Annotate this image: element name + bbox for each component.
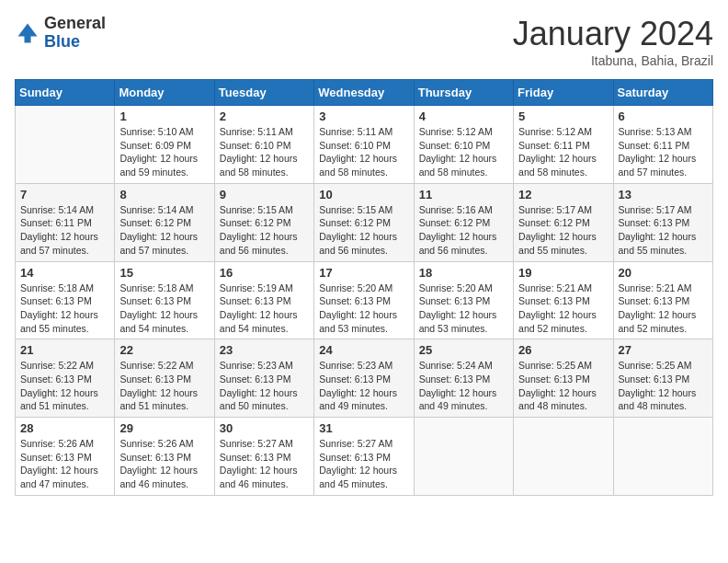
weekday-header-thursday: Thursday	[414, 80, 513, 106]
calendar-cell: 22Sunrise: 5:22 AM Sunset: 6:13 PM Dayli…	[115, 339, 214, 418]
title-area: January 2024 Itabuna, Bahia, Brazil	[513, 15, 713, 68]
day-info: Sunrise: 5:21 AM Sunset: 6:13 PM Dayligh…	[518, 282, 608, 336]
calendar-cell: 7Sunrise: 5:14 AM Sunset: 6:11 PM Daylig…	[16, 183, 115, 261]
day-info: Sunrise: 5:21 AM Sunset: 6:13 PM Dayligh…	[619, 282, 708, 336]
week-row-2: 7Sunrise: 5:14 AM Sunset: 6:11 PM Daylig…	[16, 183, 713, 261]
day-info: Sunrise: 5:27 AM Sunset: 6:13 PM Dayligh…	[319, 437, 408, 491]
weekday-header-wednesday: Wednesday	[314, 80, 414, 106]
svg-marker-0	[18, 23, 38, 42]
day-info: Sunrise: 5:13 AM Sunset: 6:11 PM Dayligh…	[619, 125, 708, 179]
calendar-cell: 31Sunrise: 5:27 AM Sunset: 6:13 PM Dayli…	[314, 418, 414, 496]
calendar-cell: 5Sunrise: 5:12 AM Sunset: 6:11 PM Daylig…	[514, 106, 613, 184]
weekday-header-tuesday: Tuesday	[214, 80, 313, 106]
day-number: 13	[619, 188, 708, 201]
calendar-cell: 11Sunrise: 5:16 AM Sunset: 6:12 PM Dayli…	[414, 183, 513, 261]
calendar-table: SundayMondayTuesdayWednesdayThursdayFrid…	[15, 79, 713, 496]
calendar-cell: 24Sunrise: 5:23 AM Sunset: 6:13 PM Dayli…	[314, 339, 414, 418]
calendar-cell: 8Sunrise: 5:14 AM Sunset: 6:12 PM Daylig…	[115, 183, 214, 261]
calendar-cell	[514, 418, 613, 496]
week-row-3: 14Sunrise: 5:18 AM Sunset: 6:13 PM Dayli…	[16, 261, 713, 339]
calendar-cell: 21Sunrise: 5:22 AM Sunset: 6:13 PM Dayli…	[16, 339, 115, 418]
day-number: 5	[518, 109, 608, 123]
weekday-header-sunday: Sunday	[16, 80, 115, 106]
day-info: Sunrise: 5:26 AM Sunset: 6:13 PM Dayligh…	[119, 437, 209, 491]
day-info: Sunrise: 5:27 AM Sunset: 6:13 PM Dayligh…	[220, 437, 309, 491]
calendar-cell: 27Sunrise: 5:25 AM Sunset: 6:13 PM Dayli…	[613, 339, 712, 418]
day-number: 10	[319, 188, 408, 201]
day-info: Sunrise: 5:17 AM Sunset: 6:12 PM Dayligh…	[518, 203, 608, 258]
day-info: Sunrise: 5:14 AM Sunset: 6:12 PM Dayligh…	[119, 203, 209, 258]
day-number: 30	[220, 421, 309, 435]
day-number: 24	[319, 343, 408, 357]
weekday-header-monday: Monday	[115, 80, 214, 106]
calendar-cell: 6Sunrise: 5:13 AM Sunset: 6:11 PM Daylig…	[613, 106, 712, 184]
logo-blue: Blue	[44, 32, 80, 51]
calendar-cell: 2Sunrise: 5:11 AM Sunset: 6:10 PM Daylig…	[214, 106, 313, 184]
day-number: 18	[419, 266, 508, 280]
calendar-cell: 17Sunrise: 5:20 AM Sunset: 6:13 PM Dayli…	[314, 261, 414, 339]
week-row-5: 28Sunrise: 5:26 AM Sunset: 6:13 PM Dayli…	[16, 418, 713, 496]
page-header: General Blue January 2024 Itabuna, Bahia…	[15, 15, 713, 68]
calendar-cell: 15Sunrise: 5:18 AM Sunset: 6:13 PM Dayli…	[115, 261, 214, 339]
calendar-cell: 14Sunrise: 5:18 AM Sunset: 6:13 PM Dayli…	[16, 261, 115, 339]
calendar-cell	[414, 418, 513, 496]
day-info: Sunrise: 5:22 AM Sunset: 6:13 PM Dayligh…	[119, 359, 209, 413]
calendar-cell: 9Sunrise: 5:15 AM Sunset: 6:12 PM Daylig…	[214, 183, 313, 261]
day-info: Sunrise: 5:23 AM Sunset: 6:13 PM Dayligh…	[220, 359, 309, 413]
calendar-cell: 19Sunrise: 5:21 AM Sunset: 6:13 PM Dayli…	[514, 261, 613, 339]
day-info: Sunrise: 5:26 AM Sunset: 6:13 PM Dayligh…	[20, 437, 109, 491]
day-number: 1	[119, 109, 209, 123]
logo-text: General Blue	[44, 15, 106, 52]
day-info: Sunrise: 5:25 AM Sunset: 6:13 PM Dayligh…	[619, 359, 708, 413]
day-number: 29	[119, 421, 209, 435]
day-number: 17	[319, 266, 408, 280]
day-number: 7	[20, 188, 109, 201]
day-number: 26	[518, 343, 608, 357]
day-info: Sunrise: 5:17 AM Sunset: 6:13 PM Dayligh…	[619, 203, 708, 258]
day-info: Sunrise: 5:12 AM Sunset: 6:10 PM Dayligh…	[419, 125, 508, 179]
day-number: 16	[220, 266, 309, 280]
calendar-cell	[613, 418, 712, 496]
calendar-cell: 18Sunrise: 5:20 AM Sunset: 6:13 PM Dayli…	[414, 261, 513, 339]
logo-general: General	[44, 14, 106, 32]
day-info: Sunrise: 5:20 AM Sunset: 6:13 PM Dayligh…	[419, 282, 508, 336]
day-number: 15	[119, 266, 209, 280]
day-info: Sunrise: 5:24 AM Sunset: 6:13 PM Dayligh…	[419, 359, 508, 413]
day-info: Sunrise: 5:11 AM Sunset: 6:10 PM Dayligh…	[319, 125, 408, 179]
day-number: 27	[619, 343, 708, 357]
day-info: Sunrise: 5:15 AM Sunset: 6:12 PM Dayligh…	[220, 203, 309, 258]
day-info: Sunrise: 5:23 AM Sunset: 6:13 PM Dayligh…	[319, 359, 408, 413]
weekday-header-saturday: Saturday	[613, 80, 712, 106]
calendar-cell: 29Sunrise: 5:26 AM Sunset: 6:13 PM Dayli…	[115, 418, 214, 496]
week-row-1: 1Sunrise: 5:10 AM Sunset: 6:09 PM Daylig…	[16, 106, 713, 184]
calendar-cell: 25Sunrise: 5:24 AM Sunset: 6:13 PM Dayli…	[414, 339, 513, 418]
day-number: 11	[419, 188, 508, 201]
calendar-cell: 26Sunrise: 5:25 AM Sunset: 6:13 PM Dayli…	[514, 339, 613, 418]
month-title: January 2024	[513, 15, 713, 53]
calendar-cell: 16Sunrise: 5:19 AM Sunset: 6:13 PM Dayli…	[214, 261, 313, 339]
day-number: 8	[119, 188, 209, 201]
weekday-header-friday: Friday	[514, 80, 613, 106]
day-info: Sunrise: 5:22 AM Sunset: 6:13 PM Dayligh…	[20, 359, 109, 413]
day-info: Sunrise: 5:11 AM Sunset: 6:10 PM Dayligh…	[220, 125, 309, 179]
day-number: 19	[518, 266, 608, 280]
week-row-4: 21Sunrise: 5:22 AM Sunset: 6:13 PM Dayli…	[16, 339, 713, 418]
calendar-cell	[16, 106, 115, 184]
day-info: Sunrise: 5:19 AM Sunset: 6:13 PM Dayligh…	[220, 282, 309, 336]
day-number: 21	[20, 343, 109, 357]
day-number: 28	[20, 421, 109, 435]
day-number: 12	[518, 188, 608, 201]
day-number: 3	[319, 109, 408, 123]
day-number: 22	[119, 343, 209, 357]
calendar-cell: 20Sunrise: 5:21 AM Sunset: 6:13 PM Dayli…	[613, 261, 712, 339]
calendar-cell: 28Sunrise: 5:26 AM Sunset: 6:13 PM Dayli…	[16, 418, 115, 496]
weekday-header-row: SundayMondayTuesdayWednesdayThursdayFrid…	[16, 80, 713, 106]
calendar-cell: 12Sunrise: 5:17 AM Sunset: 6:12 PM Dayli…	[514, 183, 613, 261]
logo: General Blue	[15, 15, 106, 52]
day-number: 31	[319, 421, 408, 435]
calendar-cell: 23Sunrise: 5:23 AM Sunset: 6:13 PM Dayli…	[214, 339, 313, 418]
calendar-cell: 10Sunrise: 5:15 AM Sunset: 6:12 PM Dayli…	[314, 183, 414, 261]
location-subtitle: Itabuna, Bahia, Brazil	[513, 53, 713, 68]
day-number: 9	[220, 188, 309, 201]
day-info: Sunrise: 5:16 AM Sunset: 6:12 PM Dayligh…	[419, 203, 508, 258]
